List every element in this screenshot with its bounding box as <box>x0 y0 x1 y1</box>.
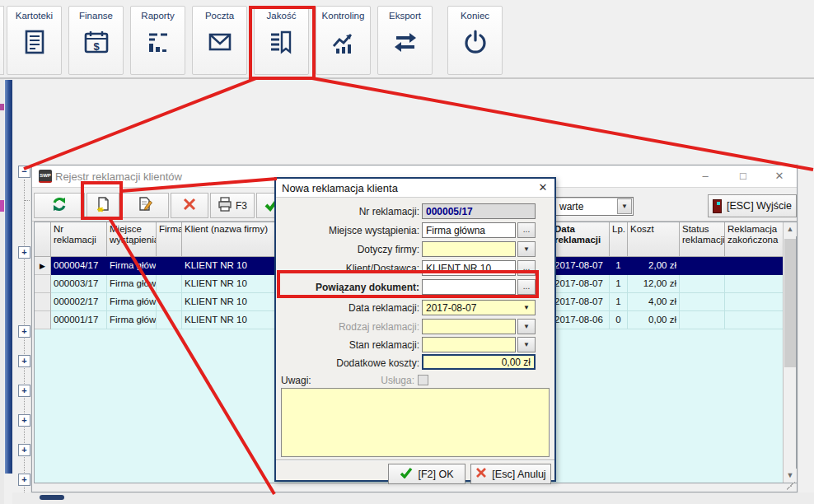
cell-koszt[interactable]: 0,00 zł <box>628 311 680 329</box>
cell-nr[interactable]: 000002/17 <box>51 293 107 311</box>
dotyczy-firmy-select[interactable] <box>422 241 516 257</box>
horizontal-scrollbar-thumb[interactable] <box>40 495 64 500</box>
stan-reklamacji-select[interactable] <box>422 337 516 352</box>
uwagi-textarea[interactable] <box>281 388 550 457</box>
ok-button[interactable]: [F2] OK <box>388 464 465 484</box>
cell-zakonczona[interactable] <box>725 257 784 275</box>
cell-status[interactable] <box>680 311 725 329</box>
chevron-down-icon[interactable]: ▼ <box>517 337 536 352</box>
tree-expand-plus[interactable]: + <box>18 355 30 367</box>
tree-expand-plus[interactable]: + <box>18 385 30 397</box>
column-header-zakonczona[interactable]: Reklamacja zakończona <box>725 222 784 257</box>
cell-firma[interactable] <box>157 293 182 311</box>
column-header-nr[interactable]: Nr reklamacji <box>51 222 107 257</box>
rodzaj-reklamacji-select[interactable] <box>422 319 516 334</box>
tree-expand-plus[interactable]: + <box>18 444 30 456</box>
delete-complaint-button[interactable] <box>171 193 208 218</box>
cell-miejsce[interactable]: Firma główn <box>107 257 157 275</box>
toolbar-button-kontroling[interactable]: Kontroling <box>316 6 371 75</box>
klient-dostawca-field[interactable]: KLIENT NR 10 <box>422 260 516 276</box>
refresh-button[interactable] <box>34 193 85 218</box>
tree-expand-plus[interactable]: + <box>18 474 30 486</box>
cell-lp[interactable]: 0 <box>610 311 628 329</box>
powiazany-dokument-field[interactable] <box>422 279 516 295</box>
dialog-titlebar[interactable]: Nowa reklamacja klienta ✕ <box>276 179 554 198</box>
miejsce-wystapienia-field[interactable]: Firma główna <box>422 222 516 238</box>
cell-firma[interactable] <box>157 257 182 275</box>
cell-zakonczona[interactable] <box>725 275 784 293</box>
dialog-close-icon[interactable]: ✕ <box>535 180 551 195</box>
cell-status[interactable] <box>680 275 725 293</box>
cell-koszt[interactable]: 2,00 zł <box>628 257 680 275</box>
toolbar-button-kartoteki[interactable]: Kartoteki <box>7 6 62 75</box>
cell-nr[interactable]: 000001/17 <box>51 311 107 329</box>
chevron-down-icon[interactable]: ▼ <box>521 301 532 314</box>
toolbar-button-raporty[interactable]: Raporty <box>130 6 185 75</box>
toolbar-button-poczta[interactable]: Poczta <box>192 6 247 75</box>
maximize-icon[interactable]: □ <box>736 169 751 184</box>
toolbar-button-finanse[interactable]: Finanse $ <box>68 6 124 75</box>
cell-koszt[interactable]: 4,00 zł <box>628 293 680 311</box>
column-header-status[interactable]: Status reklamacji <box>680 222 725 257</box>
cell-lp[interactable]: 1 <box>610 257 628 275</box>
toolbar-button-koniec[interactable]: Koniec <box>447 6 503 75</box>
cell-firma[interactable] <box>157 311 182 329</box>
tree-expand-plus[interactable]: + <box>18 325 30 338</box>
resize-grip[interactable] <box>787 482 795 490</box>
scroll-up-icon[interactable]: ▲ <box>784 222 797 236</box>
row-indicator-arrow: ▶ <box>35 257 51 275</box>
column-header-data[interactable]: Data reklamacji <box>552 222 610 257</box>
data-reklamacji-select[interactable]: 2017-08-07 <box>422 300 536 315</box>
cell-status[interactable] <box>680 293 725 311</box>
cell-lp[interactable]: 1 <box>610 293 628 311</box>
cell-firma[interactable] <box>157 275 182 293</box>
new-complaint-button[interactable] <box>87 193 119 218</box>
vertical-scrollbar-thumb[interactable] <box>784 239 796 367</box>
column-header-miejsce[interactable]: Miejsce wystąpienia <box>107 222 157 257</box>
close-icon[interactable]: ✕ <box>772 169 787 184</box>
scroll-down-icon[interactable]: ▼ <box>784 469 797 483</box>
chevron-down-icon[interactable]: ▼ <box>517 319 536 334</box>
toolbar-button-eksport[interactable]: Eksport <box>377 6 433 75</box>
usluga-checkbox[interactable] <box>418 375 428 385</box>
cell-data[interactable]: 2017-08-06 <box>552 311 610 329</box>
ledger-icon <box>21 28 49 56</box>
cell-miejsce[interactable]: Firma główn <box>107 311 157 329</box>
cell-zakonczona[interactable] <box>725 293 784 311</box>
tree-collapse-icon[interactable]: − <box>18 166 30 178</box>
print-button[interactable]: F3 <box>210 193 255 218</box>
column-header-firma[interactable]: Firma <box>157 222 182 257</box>
browse-button[interactable]: ... <box>517 279 536 295</box>
edit-complaint-button[interactable] <box>121 193 169 218</box>
cell-nr[interactable]: 000004/17 <box>51 257 107 275</box>
browse-button[interactable]: ... <box>517 260 536 276</box>
cell-zakonczona[interactable] <box>725 311 784 329</box>
toolbar-button-label: Koniec <box>448 11 502 21</box>
tree-expand-plus[interactable]: + <box>18 246 30 259</box>
chevron-down-icon[interactable]: ▼ <box>517 241 536 257</box>
toolbar-button-jakosc[interactable]: Jakość <box>254 6 309 75</box>
cell-data[interactable]: 2017-08-07 <box>552 275 610 293</box>
vertical-scrollbar[interactable]: ▲ ▼ <box>783 222 796 483</box>
nr-reklamacji-field: 000005/17 <box>422 203 536 219</box>
tree-expand-plus[interactable]: + <box>18 414 30 427</box>
exit-button[interactable]: [ESC] Wyjście <box>708 194 797 217</box>
status-filter-select[interactable]: warte ▼ <box>554 197 634 216</box>
svg-text:$: $ <box>93 40 100 53</box>
column-header-koszt[interactable]: Koszt <box>628 222 680 257</box>
cell-status[interactable] <box>680 257 725 275</box>
cell-koszt[interactable]: 12,00 zł <box>628 275 680 293</box>
toolbar-button-partial[interactable] <box>0 6 4 75</box>
cancel-button[interactable]: [Esc] Anuluj <box>470 464 551 484</box>
dodatkowe-koszty-field[interactable]: 0,00 zł <box>422 354 536 370</box>
browse-button[interactable]: ... <box>517 222 536 238</box>
cell-miejsce[interactable]: Firma główn <box>107 275 157 293</box>
column-header-lp[interactable]: Lp. <box>610 222 628 257</box>
chevron-down-icon[interactable]: ▼ <box>617 198 632 214</box>
cell-lp[interactable]: 1 <box>610 275 628 293</box>
cell-nr[interactable]: 000003/17 <box>51 275 107 293</box>
minimize-icon[interactable]: – <box>698 169 713 184</box>
cell-data[interactable]: 2017-08-07 <box>552 257 610 275</box>
cell-data[interactable]: 2017-08-07 <box>552 293 610 311</box>
cell-miejsce[interactable]: Firma główn <box>107 293 157 311</box>
